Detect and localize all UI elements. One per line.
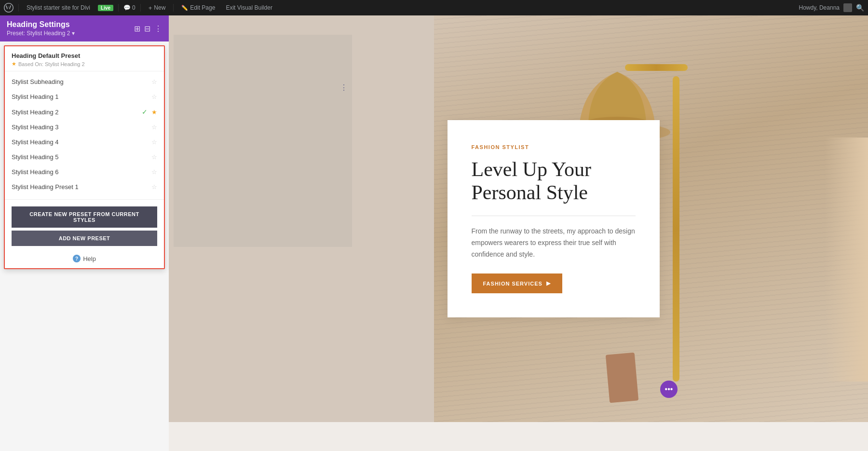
site-name-link[interactable]: Stylist starter site for Divi [24,3,93,12]
rack-horizontal [625,64,688,71]
cta-button[interactable]: FASHION SERVICES ▶ [472,273,562,293]
user-avatar[interactable] [843,3,852,12]
plus-icon: + [149,4,152,12]
panel-subtitle[interactable]: Preset: Stylist Heading 2 ▾ [7,30,75,37]
admin-bar-right: Howdy, Deanna 🔍 [799,3,865,12]
comment-count[interactable]: 💬 0 [123,4,136,11]
chevron-down-icon: ▾ [72,30,75,37]
separator-2 [118,4,119,12]
separator-4 [173,4,174,12]
panel-header: Heading Settings Preset: Stylist Heading… [0,15,169,41]
card-divider [472,216,636,216]
rack-bar [673,76,679,381]
help-row: ? Help [5,250,164,268]
admin-bar: Stylist starter site for Divi Live 💬 0 +… [0,0,868,15]
panel-title: Heading Settings [7,20,75,29]
preset-header: Heading Default Preset ★ Based On: Styli… [5,46,164,71]
preset-list: Stylist Subheading ☆ Stylist Heading 1 ☆… [5,71,164,197]
exit-builder-button[interactable]: Exit Visual Builder [223,3,275,12]
column-options-icon[interactable]: ⋮ [340,83,348,92]
star-icon[interactable]: ★ [151,109,157,116]
preset-header-title: Heading Default Preset [12,52,157,59]
live-badge: Live [98,5,113,11]
star-icon[interactable]: ☆ [151,168,157,176]
preset-buttons: CREATE NEW PRESET FROM CURRENT STYLES AD… [5,202,164,250]
pencil-icon: ✏️ [181,5,188,11]
divider [5,199,164,200]
list-item[interactable]: Stylist Heading 2 ✓ ★ [5,104,164,120]
preset-item-actions: ☆ [151,168,157,176]
bag-decoration [606,352,638,403]
panel-header-info: Heading Settings Preset: Stylist Heading… [7,20,75,37]
list-item[interactable]: Stylist Heading Preset 1 ☆ [5,179,164,194]
star-icon[interactable]: ☆ [151,138,157,146]
arrow-right-icon: ▶ [546,280,551,287]
list-item[interactable]: Stylist Heading 5 ☆ [5,150,164,164]
preset-item-actions: ☆ [151,93,157,100]
more-options-icon[interactable]: ⋮ [154,24,162,33]
preset-item-actions: ☆ [151,123,157,131]
preset-dropdown: Heading Default Preset ★ Based On: Styli… [4,45,165,269]
preset-item-actions: ☆ [151,78,157,85]
checkmark-icon: ✓ [142,108,148,116]
create-preset-button[interactable]: CREATE NEW PRESET FROM CURRENT STYLES [12,206,157,228]
preset-item-actions: ☆ [151,153,157,161]
star-icon[interactable]: ☆ [151,93,157,100]
right-arm-peek [825,137,868,382]
content-card: FASHION STYLIST Level Up Your Personal S… [448,120,660,318]
preset-item-actions: ☆ [151,138,157,146]
edit-page-button[interactable]: ✏️ Edit Page [178,3,218,12]
preset-item-actions: ☆ [151,183,157,191]
add-preset-button[interactable]: ADD NEW PRESET [12,231,157,246]
card-heading: Level Up Your Personal Style [472,158,636,205]
list-item[interactable]: Stylist Heading 6 ☆ [5,164,164,179]
star-icon[interactable]: ☆ [151,153,157,161]
star-icon[interactable]: ☆ [151,78,157,85]
card-body: From the runway to the streets, my appro… [472,226,636,260]
left-gray-box [174,35,352,247]
module-options-button[interactable]: ••• [660,381,678,398]
help-icon: ? [73,255,81,262]
list-item[interactable]: Stylist Heading 1 ☆ [5,89,164,104]
page-builder: FASHION STYLIST Level Up Your Personal S… [169,15,868,422]
star-icon[interactable]: ☆ [151,183,157,191]
wordpress-logo-icon[interactable] [4,3,14,13]
admin-bar-left: Stylist starter site for Divi Live 💬 0 +… [4,3,793,13]
ellipsis-icon: ••• [665,385,673,394]
search-icon[interactable]: 🔍 [856,4,864,12]
star-icon[interactable]: ☆ [151,123,157,131]
separator [18,4,19,12]
howdy-text: Howdy, Deanna [799,4,840,11]
new-button[interactable]: + New [146,3,169,13]
panel-header-icons: ⊞ ⊟ ⋮ [134,24,162,33]
preset-based-on: ★ Based On: Stylist Heading 2 [12,61,157,67]
card-eyebrow: FASHION STYLIST [472,144,636,150]
main-content: FASHION STYLIST Level Up Your Personal S… [169,15,868,422]
comment-icon: 💬 [123,4,131,11]
list-item[interactable]: Stylist Heading 3 ☆ [5,120,164,135]
list-item[interactable]: Stylist Subheading ☆ [5,74,164,89]
list-item[interactable]: Stylist Heading 4 ☆ [5,135,164,150]
help-link[interactable]: Help [83,255,96,262]
expand-icon[interactable]: ⊞ [134,24,140,33]
columns-icon[interactable]: ⊟ [144,24,150,33]
left-panel: Heading Settings Preset: Stylist Heading… [0,15,169,451]
star-icon: ★ [12,61,16,67]
preset-item-actions: ✓ ★ [142,108,157,116]
separator-3 [140,4,141,12]
